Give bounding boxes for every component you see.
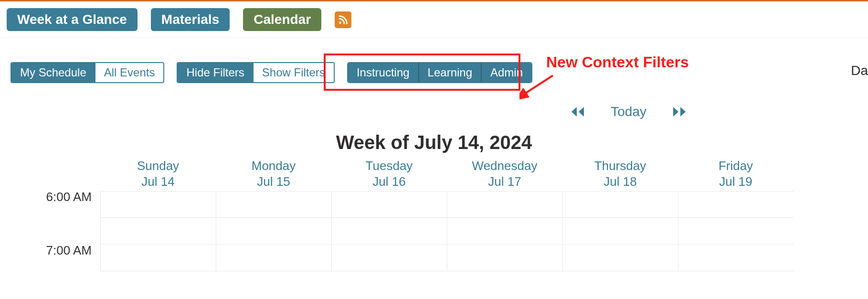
filter-visibility-group: Hide Filters Show Filters — [177, 62, 334, 83]
day-date-label: Jul 18 — [562, 174, 678, 190]
calendar-tab[interactable]: Calendar — [243, 8, 321, 31]
day-column-thursday[interactable] — [562, 191, 678, 271]
day-column-wednesday[interactable] — [447, 191, 562, 271]
grid-cell[interactable] — [101, 218, 216, 245]
day-of-week-label: Wednesday — [447, 158, 562, 174]
annotation-label: New Context Filters — [546, 53, 689, 71]
grid-cell[interactable] — [447, 191, 562, 218]
calendar-nav-row: Today — [0, 93, 868, 123]
grid-cell[interactable] — [101, 191, 216, 218]
day-of-week-label: Monday — [216, 158, 331, 174]
grid-cell[interactable] — [332, 218, 447, 245]
show-filters-button[interactable]: Show Filters — [253, 63, 334, 82]
grid-cell[interactable] — [563, 245, 678, 271]
grid-cell[interactable] — [678, 245, 794, 271]
day-header-tuesday[interactable]: Tuesday Jul 16 — [331, 158, 447, 191]
day-header-sunday[interactable]: Sunday Jul 14 — [100, 158, 216, 191]
top-tab-bar: Week at a Glance Materials Calendar — [0, 1, 868, 38]
day-column-friday[interactable] — [678, 191, 794, 271]
grid-cell[interactable] — [447, 218, 562, 245]
time-label: 7:00 AM — [0, 244, 100, 298]
grid-cell[interactable] — [563, 218, 678, 245]
admin-filter-button[interactable]: Admin — [481, 63, 531, 82]
grid-cell[interactable] — [563, 191, 678, 218]
day-header-row: Sunday Jul 14 Monday Jul 15 Tuesday Jul … — [100, 158, 868, 191]
instructing-filter-button[interactable]: Instructing — [348, 63, 418, 82]
day-date-label: Jul 15 — [216, 174, 331, 190]
partial-right-text: Da — [851, 63, 868, 78]
day-of-week-label: Sunday — [100, 158, 216, 174]
day-header-thursday[interactable]: Thursday Jul 18 — [562, 158, 678, 191]
time-label-column: 6:00 AM 7:00 AM — [0, 191, 100, 298]
grid-cell[interactable] — [216, 191, 331, 218]
filter-row: My Schedule All Events Hide Filters Show… — [0, 38, 868, 93]
week-at-a-glance-tab[interactable]: Week at a Glance — [7, 8, 138, 31]
today-button[interactable]: Today — [611, 104, 646, 119]
day-column-monday[interactable] — [216, 191, 331, 271]
next-week-button[interactable] — [671, 106, 688, 118]
grid-cell[interactable] — [216, 218, 331, 245]
svg-point-0 — [339, 21, 341, 24]
grid-cell[interactable] — [678, 218, 794, 245]
day-date-label: Jul 16 — [331, 174, 447, 190]
day-column-sunday[interactable] — [100, 191, 216, 271]
day-of-week-label: Thursday — [562, 158, 678, 174]
week-title: Week of July 14, 2024 — [0, 123, 868, 158]
day-date-label: Jul 14 — [100, 174, 216, 190]
time-label: 6:00 AM — [0, 191, 100, 244]
day-date-label: Jul 19 — [678, 174, 794, 190]
all-events-button[interactable]: All Events — [95, 63, 164, 82]
materials-tab[interactable]: Materials — [151, 8, 230, 31]
prev-week-button[interactable] — [570, 106, 586, 118]
grid-cell[interactable] — [216, 245, 331, 271]
grid-cell[interactable] — [101, 245, 216, 271]
grid-cell[interactable] — [678, 191, 794, 218]
day-date-label: Jul 17 — [447, 174, 562, 190]
day-of-week-label: Friday — [678, 158, 794, 174]
day-header-wednesday[interactable]: Wednesday Jul 17 — [447, 158, 562, 191]
grid-cell[interactable] — [447, 245, 562, 271]
day-header-monday[interactable]: Monday Jul 15 — [216, 158, 331, 191]
grid-cell[interactable] — [332, 191, 447, 218]
hide-filters-button[interactable]: Hide Filters — [178, 63, 253, 82]
time-grid-body — [100, 191, 868, 271]
rss-icon[interactable] — [335, 11, 351, 28]
calendar-grid: 6:00 AM 7:00 AM Sunday Jul 14 Monday Jul… — [0, 158, 868, 271]
schedule-toggle-group: My Schedule All Events — [11, 62, 164, 83]
my-schedule-button[interactable]: My Schedule — [11, 63, 95, 82]
day-column-tuesday[interactable] — [331, 191, 447, 271]
grid-cell[interactable] — [332, 245, 447, 271]
day-header-friday[interactable]: Friday Jul 19 — [678, 158, 794, 191]
day-of-week-label: Tuesday — [331, 158, 447, 174]
learning-filter-button[interactable]: Learning — [418, 63, 481, 82]
context-filter-group: Instructing Learning Admin — [347, 62, 532, 83]
